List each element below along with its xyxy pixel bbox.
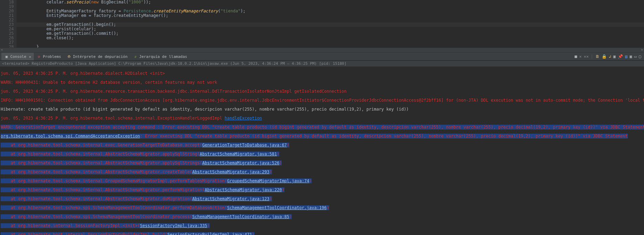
line-numbers: 18 19 20 21 22 23 24 25 26 27 28 <box>6 0 17 48</box>
link[interactable]: SchemaManagementToolCoordinator.java:196 <box>227 205 326 210</box>
tab-label: Problems <box>43 54 61 59</box>
console-icon: ▣ <box>4 54 9 59</box>
log-line: at org.hibernate.tool.schema.internal.Gr… <box>1 179 644 183</box>
code-line <box>17 40 644 45</box>
tab-call-hierarchy[interactable]: ⇵ Jerarquía de llamadas <box>130 53 190 60</box>
show-console-icon[interactable]: ▣ <box>613 54 616 59</box>
panel-tabs: ▣ Console ✕ ⊘ Problems ⟰ Intérprete de d… <box>0 52 644 61</box>
link[interactable]: AbstractSchemaMigrator.java:581 <box>200 152 277 156</box>
log-line: at org.hibernate.tool.schema.internal.Ab… <box>1 161 644 165</box>
link[interactable]: org.hibernate.tool.schema.spi.CommandAcc… <box>1 134 140 139</box>
log-line: WARN: GenerationTarget encountered excep… <box>1 125 644 130</box>
horizontal-scrollbar[interactable] <box>0 48 644 52</box>
log-line: at org.hibernate.tool.schema.internal.Ab… <box>1 188 644 192</box>
log-line: WARN: HHH000431: Unable to determine H2 … <box>1 80 644 85</box>
log-line: at org.hibernate.tool.schema.internal.Ab… <box>1 170 644 174</box>
tab-problems[interactable]: ⊘ Problems <box>34 53 64 60</box>
log-line: Hibernate: create table producto (id big… <box>1 107 644 112</box>
minimize-icon[interactable]: ▭ <box>634 54 637 59</box>
link[interactable]: SessionFactoryBuilderImpl.java:471 <box>167 232 252 235</box>
gutter <box>0 0 6 48</box>
code-line: celular.setPrecio(new BigDecimal("1000")… <box>17 0 644 4</box>
open-console-icon[interactable]: ▣ <box>630 54 632 59</box>
link[interactable]: GroupedSchemaMigratorImpl.java:74 <box>227 178 309 183</box>
code-line-active: em.getTransaction().begin(); <box>17 22 644 27</box>
link[interactable]: SchemaManagementToolCoordinator.java:85 <box>192 214 289 219</box>
tab-console[interactable]: ▣ Console ✕ <box>1 53 34 60</box>
log-line: at org.hibernate.tool.schema.internal.ex… <box>1 143 644 147</box>
tab-label: Jerarquía de llamadas <box>139 54 187 59</box>
log-line: org.hibernate.tool.schema.spi.CommandAcc… <box>1 134 644 139</box>
log-line: at org.hibernate.tool.schema.spi.SchemaM… <box>1 206 644 210</box>
tab-label: Console <box>10 54 26 59</box>
remove-all-icon[interactable]: ✕✕ <box>584 54 589 59</box>
code-line: em.close(); <box>17 36 644 40</box>
clear-icon[interactable]: 🗎 <box>595 54 600 59</box>
problems-icon: ⊘ <box>37 54 41 59</box>
code-line: em.getTransaction().commit(); <box>17 31 644 36</box>
console-run-header: <terminated> RegistroDeProducto [Java Ap… <box>0 61 644 67</box>
line-num: 28 <box>6 45 14 48</box>
code-line: EntityManager em = factory.createEntityM… <box>17 13 644 18</box>
log-line: jun. 05, 2023 4:36:25 P. M. org.hibernat… <box>1 89 644 94</box>
link[interactable]: AbstractSchemaMigrator.java:526 <box>202 161 279 165</box>
pin-icon[interactable]: 📌 <box>618 54 623 59</box>
debug-icon: ⟰ <box>66 54 71 59</box>
display-selected-icon[interactable]: ▤ <box>625 54 627 59</box>
link[interactable]: handleException <box>225 116 262 121</box>
tab-label: Intérprete de depuración <box>73 54 127 59</box>
link[interactable]: AbstractSchemaMigrator.java:123 <box>192 196 269 201</box>
remove-icon[interactable]: ✕ <box>579 54 582 59</box>
close-icon[interactable]: ✕ <box>29 55 31 59</box>
terminate-icon[interactable]: ■ <box>574 54 577 59</box>
log-line: at org.hibernate.tool.schema.spi.SchemaM… <box>1 215 644 219</box>
code-content[interactable]: celular.setPrecio(new BigDecimal("1000")… <box>17 0 644 48</box>
word-wrap-icon[interactable]: ↲ <box>609 54 611 59</box>
console-output[interactable]: jun. 05, 2023 4:36:25 P. M. org.hibernat… <box>0 67 644 235</box>
maximize-icon[interactable]: ▢ <box>639 54 641 59</box>
scroll-lock-icon[interactable]: 🔒 <box>602 54 607 59</box>
tab-debug-shell[interactable]: ⟰ Intérprete de depuración <box>64 53 130 60</box>
link[interactable]: SessionFactoryImpl.java:335 <box>140 223 207 228</box>
log-line: jun. 05, 2023 4:36:25 P. M. org.hibernat… <box>1 71 644 76</box>
log-line: jun. 05, 2023 4:36:25 P. M. org.hibernat… <box>1 116 644 121</box>
link[interactable]: GenerationTargetToDatabase.java:67 <box>202 143 287 147</box>
console-toolbar: ■ ✕ ✕✕ | 🗎 🔒 ↲ ▣ 📌 ▤ ▣ ▭ ▢ <box>574 54 644 59</box>
log-line: at org.hibernate.tool.schema.internal.Ab… <box>1 197 644 201</box>
log-line: at org.hibernate.internal.SessionFactory… <box>1 224 644 228</box>
code-line: } <box>17 45 644 48</box>
log-line: INFO: HHH10001501: Connection obtained f… <box>1 98 644 103</box>
log-line: at org.hibernate.boot.internal.SessionFa… <box>1 233 644 235</box>
link[interactable]: AbstractSchemaMigrator.java:293 <box>192 170 269 174</box>
hierarchy-icon: ⇵ <box>133 54 138 59</box>
link[interactable]: AbstractSchemaMigrator.java:220 <box>205 187 282 192</box>
log-line: at org.hibernate.tool.schema.internal.Ab… <box>1 152 644 156</box>
code-editor[interactable]: 18 19 20 21 22 23 24 25 26 27 28 celular… <box>0 0 644 48</box>
